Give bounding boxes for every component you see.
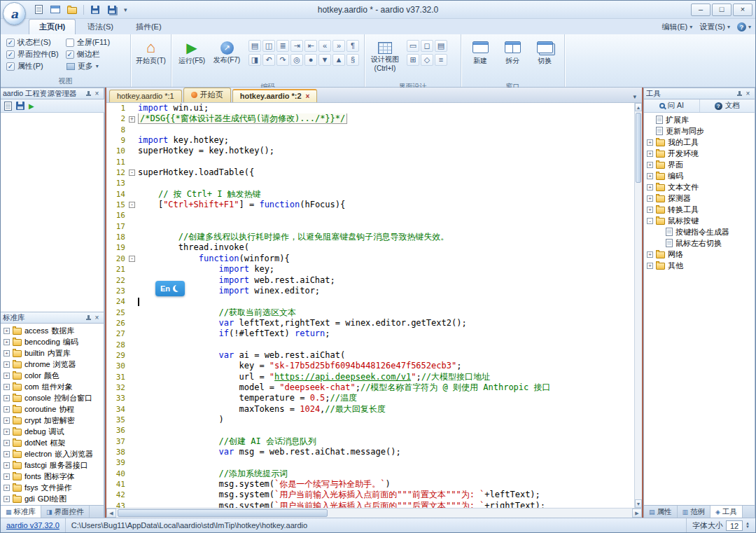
tools-tree-item[interactable]: +网络: [644, 249, 755, 260]
tools-tree-item[interactable]: +探测器: [644, 193, 755, 204]
code-line[interactable]: 32 model = "deepseek-chat";//模型名称首字符为 @ …: [106, 382, 634, 393]
tools-tree-item[interactable]: 更新与同步: [644, 125, 755, 137]
code-line[interactable]: 36: [106, 425, 634, 436]
view-checkbox[interactable]: ✓侧边栏: [63, 48, 114, 60]
ime-indicator-badge[interactable]: En: [155, 281, 185, 296]
find-icon[interactable]: ◎: [290, 54, 303, 66]
fold-margin[interactable]: -: [127, 167, 136, 178]
expand-icon[interactable]: +: [647, 251, 653, 258]
code-line[interactable]: 16: [106, 210, 634, 221]
scroll-right-icon[interactable]: ▶: [632, 508, 642, 518]
fold-margin[interactable]: +: [127, 113, 136, 124]
tools-tree-item[interactable]: +编码: [644, 170, 755, 181]
edit-menu[interactable]: 编辑(E)▾: [662, 22, 693, 32]
start-page-button[interactable]: ⌂ 开始页(T): [134, 36, 168, 83]
expand-icon[interactable]: +: [4, 395, 10, 401]
more-button[interactable]: 更多 ▾: [63, 60, 114, 72]
tab-close-icon[interactable]: ×: [306, 92, 310, 100]
tools-tree-item[interactable]: +开发环境: [644, 148, 755, 159]
view-checkbox[interactable]: ✓属性(P): [4, 60, 63, 72]
grid-icon[interactable]: ⊞: [407, 54, 419, 66]
copy-icon[interactable]: ◫: [262, 40, 275, 52]
ribbon-tab-syntax[interactable]: 语法(S): [77, 19, 124, 34]
code-line[interactable]: 37 //创建 AI 会话消息队列: [106, 436, 634, 447]
expand-icon[interactable]: +: [4, 361, 10, 368]
expand-icon[interactable]: +: [4, 473, 10, 480]
redo-icon[interactable]: ↷: [276, 54, 289, 66]
customize-qat-dropdown[interactable]: ▾: [122, 6, 130, 13]
tools-tree-item[interactable]: +转换工具: [644, 204, 755, 215]
expand-icon[interactable]: +: [4, 462, 10, 469]
layout-icon[interactable]: ▤: [435, 40, 447, 52]
stdlib-item[interactable]: +fastcgi服务器接口: [1, 459, 104, 471]
docs-button[interactable]: ?文档: [700, 99, 755, 112]
code-line[interactable]: 39: [106, 457, 634, 468]
tools-tree-item[interactable]: 鼠标左右切换: [644, 237, 755, 249]
close-button[interactable]: ×: [733, 4, 752, 16]
stdlib-item[interactable]: +chrome浏览器: [1, 359, 104, 370]
expand-icon[interactable]: +: [4, 417, 10, 424]
expand-icon[interactable]: +: [647, 263, 653, 269]
replace-icon[interactable]: ●: [304, 54, 317, 66]
bookmark-prev-icon[interactable]: ▲: [332, 54, 345, 66]
code-line[interactable]: 34 maxTokens = 1024,//最大回复长度: [106, 404, 634, 415]
save-project-button[interactable]: [16, 102, 24, 110]
expand-icon[interactable]: +: [647, 162, 653, 168]
indent-icon[interactable]: ⇥: [290, 40, 303, 52]
tools-tree-item[interactable]: 按键指令生成器: [644, 226, 755, 237]
fold-margin[interactable]: -: [127, 200, 136, 210]
code-line[interactable]: 1import win.ui;: [106, 103, 634, 113]
stdlib-item[interactable]: +coroutine协程: [1, 403, 104, 415]
pin-button[interactable]: [734, 89, 743, 98]
code-line[interactable]: 19 thread.invoke(: [106, 242, 634, 253]
editor-tab-1[interactable]: hotkey.aardio *:1: [109, 90, 182, 102]
maximize-button[interactable]: □: [712, 4, 732, 16]
project-explorer-body[interactable]: [1, 113, 104, 312]
code-line[interactable]: 13: [106, 178, 634, 188]
stdlib-item[interactable]: +console控制台窗口: [1, 392, 104, 403]
tools-tree-item[interactable]: 扩展库: [644, 114, 755, 125]
version-link[interactable]: aardio v37.32.0: [6, 521, 59, 529]
tab-list-dropdown[interactable]: ▾: [630, 93, 639, 102]
expand-icon[interactable]: +: [4, 429, 10, 435]
goto-icon[interactable]: §: [346, 54, 359, 66]
fold-expand-icon[interactable]: +: [129, 116, 135, 123]
code-line[interactable]: 20- function(winform){: [106, 254, 634, 264]
code-line[interactable]: 26 var leftText,rightText = winex.editor…: [106, 318, 634, 328]
expand-icon[interactable]: +: [647, 184, 653, 191]
tab-tools[interactable]: ◈工具: [710, 506, 743, 518]
expand-icon[interactable]: +: [4, 328, 10, 334]
save-button[interactable]: [88, 4, 102, 16]
expand-icon[interactable]: +: [4, 350, 10, 357]
editor-tab-2[interactable]: hotkey.aardio *:2×: [232, 89, 318, 102]
save-all-button[interactable]: [105, 4, 119, 16]
expand-icon[interactable]: +: [647, 195, 653, 202]
stdlib-item[interactable]: +fsys文件操作: [1, 482, 104, 493]
vertical-scrollbar[interactable]: ▲ ▼: [634, 103, 642, 508]
uncomment-icon[interactable]: »: [332, 40, 345, 52]
expand-icon[interactable]: +: [4, 451, 10, 457]
help-menu[interactable]: ?▾: [737, 22, 751, 32]
code-line[interactable]: 9import key.hotkey;: [106, 135, 634, 146]
bookmark-next-icon[interactable]: ▼: [318, 54, 331, 66]
tools-tree-item[interactable]: +我的工具: [644, 137, 755, 148]
new-window-button[interactable]: 新建: [464, 36, 496, 83]
split-window-button[interactable]: 拆分: [496, 36, 528, 83]
tools-tree-item[interactable]: +其他: [644, 260, 755, 271]
stdlib-item[interactable]: +crypt加密解密: [1, 415, 104, 426]
expand-icon[interactable]: +: [647, 139, 653, 146]
editor-tab-startpage[interactable]: 开始页: [183, 88, 231, 102]
code-line[interactable]: 25 //获取当前选区文本: [106, 307, 634, 318]
expand-icon[interactable]: +: [4, 496, 10, 502]
code-line[interactable]: 2+/*DSG{{*窗体设计器生成代码(请勿修改).../*}}*/: [106, 113, 634, 124]
new-file-button[interactable]: [31, 4, 46, 16]
stdlib-item[interactable]: +color颜色: [1, 370, 104, 381]
stdlib-item[interactable]: +gdiGDI绘图: [1, 493, 104, 504]
expand-icon[interactable]: +: [4, 339, 10, 345]
expand-icon[interactable]: +: [4, 406, 10, 413]
ask-ai-button[interactable]: 问 AI: [644, 99, 700, 112]
code-line[interactable]: 22 import web.rest.aiChat;: [106, 275, 634, 286]
format-icon[interactable]: ≣: [276, 40, 289, 52]
scroll-up-icon[interactable]: ▲: [635, 103, 642, 111]
undo-icon[interactable]: ↶: [262, 54, 275, 66]
